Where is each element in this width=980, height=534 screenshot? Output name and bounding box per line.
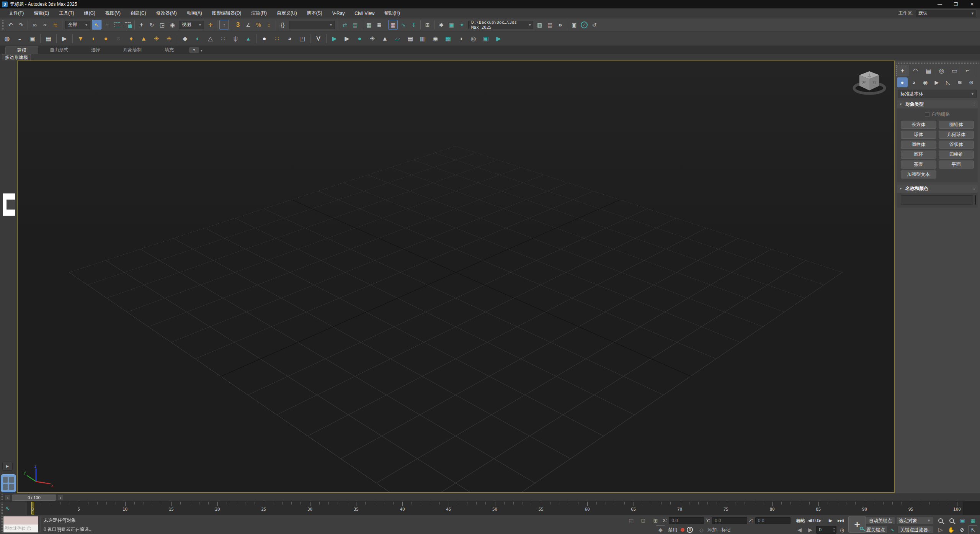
material-editor-icon[interactable]: ⊞ [423,20,432,29]
project-folder-dropdown[interactable]: D:\Backup\Doc…\3ds Max 2025▼ [468,21,533,29]
primitive-button-5[interactable]: 圆柱体 [901,141,936,149]
ribbon-tab-4[interactable]: 对象绘制 [112,46,153,54]
menu-item-5[interactable]: 视图(V) [100,8,126,18]
ribbon-tab-5[interactable]: 填充 [153,46,185,54]
zoom-all-icon[interactable] [947,516,956,526]
marker-box-icon[interactable]: ◇ [697,526,705,534]
select-scale-icon[interactable]: ◲ [157,20,167,29]
photos-icon[interactable]: ▦ [442,33,454,44]
selection-filter-dropdown[interactable]: 全部▼ [65,21,90,29]
isolate-selection-icon[interactable]: ◱ [626,516,636,526]
primitive-button-8[interactable]: 四棱锥 [939,151,974,159]
tab-utilities[interactable]: ⌐ [961,65,974,76]
object-type-rollout-header[interactable]: ▼ 对象类型 ∷ [897,100,978,108]
box-window-icon[interactable]: ▣ [26,33,38,44]
menu-item-2[interactable]: 编辑(E) [29,8,54,18]
menu-item-1[interactable]: 文件(F) [4,8,29,18]
trackbar-next-icon[interactable]: ▶ [806,525,815,534]
transform-typein-icon[interactable]: ⊞ [651,516,660,526]
tab-create[interactable]: + [896,65,909,76]
restore-button[interactable]: ❒ [948,0,964,8]
cat-lights[interactable]: ◉ [920,77,931,87]
primitive-class-dropdown[interactable]: 标准基本体▼ [898,90,977,98]
track-bar-ruler[interactable]: 0510152025303540455055606570758085909510… [27,501,963,515]
auto-key-button[interactable]: 自动关键点 [866,517,895,524]
cat-cameras[interactable]: ▶ [931,77,942,87]
menu-item-15[interactable]: 帮助(H) [379,8,405,18]
mirror-icon[interactable]: ⇄ [340,20,350,29]
spinner-snap-icon[interactable]: ↕ [264,20,274,29]
tree-icon[interactable]: ▲ [379,33,391,44]
object-color-swatch[interactable] [975,195,976,205]
geosphere-icon[interactable]: ◌ [113,33,124,44]
named-sets-dropdown[interactable]: ▼ [289,21,335,29]
box-3d-icon[interactable]: ◆ [179,33,191,44]
drag-handle[interactable] [0,494,3,500]
ribbon-tab-1[interactable]: 建模 [5,46,38,54]
fire-icon[interactable]: ▴ [242,33,254,44]
swirl-icon[interactable]: ◒ [14,33,26,44]
trackbar-prev-icon[interactable]: ◀ [795,525,804,534]
material-sphere-icon[interactable]: ● [258,33,270,44]
menu-item-9[interactable]: 图形编辑器(D) [207,8,247,18]
rendered-frame-icon[interactable]: ▣ [447,20,456,29]
key-mode-dropdown[interactable]: 选定对象▼ [896,517,933,524]
vray-icon[interactable]: V [312,33,324,44]
doc-icon[interactable]: ▤ [404,33,416,44]
mini-curve-editor-icon[interactable]: ∿ [5,505,10,511]
prev-frame-button[interactable]: ◀▮ [805,517,814,524]
undo-icon[interactable]: ↶ [6,20,15,29]
sun2-icon[interactable]: ☀ [366,33,378,44]
menu-item-14[interactable]: Civil View [350,8,379,18]
listener-macro-pane[interactable] [3,516,38,524]
tab-motion[interactable]: ◎ [935,65,948,76]
time-slider-next-button[interactable]: › [57,495,64,501]
render-setup-icon[interactable]: ✱ [436,20,446,29]
menu-item-10[interactable]: 渲染(R) [246,8,272,18]
x-coord-field[interactable]: 0.0 [669,517,704,524]
cat-spacewarps[interactable]: ≋ [954,77,965,87]
select-object-icon[interactable]: ↖ [92,20,101,29]
menu-item-7[interactable]: 修改器(M) [151,8,182,18]
mesh-light-icon[interactable]: ▲ [138,33,150,44]
menu-item-8[interactable]: 动画(A) [182,8,207,18]
perspective-viewport[interactable]: 上 左 前 z y x [17,61,895,493]
window-play-icon[interactable]: ▶ [493,33,505,44]
cat-helpers[interactable]: ◺ [943,77,954,87]
time-config-icon[interactable]: ◷ [839,526,846,534]
menu-item-4[interactable]: 组(G) [79,8,100,18]
unlink-icon[interactable]: ∝ [40,20,50,29]
sphere-light-icon[interactable]: ● [100,33,112,44]
tab-hierarchy[interactable]: ▤ [922,65,935,76]
tab-display[interactable]: ▭ [948,65,961,76]
light-funnel-icon[interactable]: ▼ [75,33,87,44]
drag-handle[interactable] [0,516,3,533]
cat-systems[interactable]: ⊛ [966,77,977,87]
snap-toggle-icon[interactable]: 3 [233,20,243,29]
ribbon-tab-2[interactable]: 自由形式 [38,46,80,54]
area-light-icon[interactable]: ♦ [125,33,137,44]
primitive-button-9[interactable]: 茶壶 [901,161,936,169]
expand-tray-button[interactable]: ▶ [2,462,13,471]
key-filters-button[interactable]: 关键点过滤器.. [897,526,934,534]
link-icon[interactable]: ∞ [30,20,39,29]
menu-item-12[interactable]: 脚本(S) [302,8,327,18]
fov-icon[interactable]: ▷ [936,525,945,534]
select-manipulate-icon[interactable]: ↑ [219,20,229,29]
layers-icon[interactable]: ≣ [374,20,384,29]
select-move-icon[interactable]: + [137,20,146,29]
primitive-button-7[interactable]: 圆环 [901,151,936,159]
select-rotate-icon[interactable]: ↻ [147,20,157,29]
object-name-input[interactable] [901,195,973,205]
curve-editor-icon[interactable]: ∿ [399,20,408,29]
palette-icon[interactable]: ◕ [284,33,296,44]
select-place-icon[interactable]: ◉ [168,20,177,29]
toolbar-drag-handle[interactable] [2,20,4,30]
cat-shapes[interactable]: ◕ [908,77,919,87]
goto-start-button[interactable]: ▮◀◀ [795,517,804,524]
primitive-button-6[interactable]: 管状体 [939,141,974,149]
flare-icon[interactable]: ✳ [163,33,175,44]
spinner-arrows-icon[interactable]: ▲▼ [833,527,835,533]
add-marker-label[interactable]: 添加…标记 [707,527,730,533]
menu-item-6[interactable]: 创建(C) [126,8,151,18]
